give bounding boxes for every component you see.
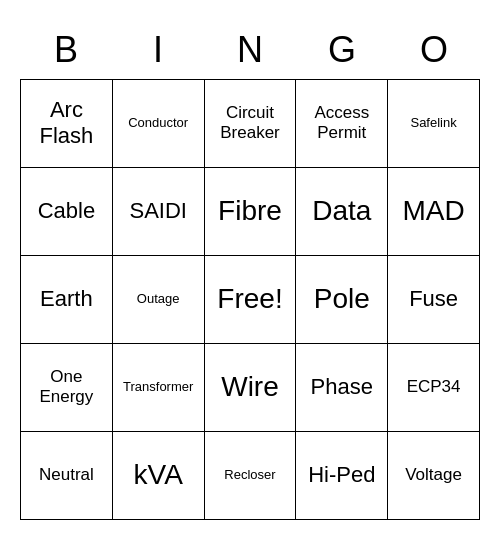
cell-label: Conductor bbox=[128, 115, 188, 131]
cell-label: Fibre bbox=[218, 194, 282, 228]
bingo-cell: Voltage bbox=[388, 432, 480, 520]
cell-label: Wire bbox=[221, 370, 279, 404]
cell-label: MAD bbox=[402, 194, 464, 228]
cell-label: Fuse bbox=[409, 286, 458, 312]
bingo-cell: Outage bbox=[113, 256, 205, 344]
bingo-cell: kVA bbox=[113, 432, 205, 520]
bingo-cell: Data bbox=[296, 168, 388, 256]
bingo-card: BINGO Arc FlashConductorCircuit BreakerA… bbox=[20, 25, 480, 520]
cell-label: Data bbox=[312, 194, 371, 228]
bingo-cell: Fuse bbox=[388, 256, 480, 344]
bingo-cell: MAD bbox=[388, 168, 480, 256]
header-letter: G bbox=[296, 25, 388, 75]
bingo-cell: Circuit Breaker bbox=[205, 80, 297, 168]
bingo-cell: Access Permit bbox=[296, 80, 388, 168]
header-letter: N bbox=[204, 25, 296, 75]
bingo-cell: Fibre bbox=[205, 168, 297, 256]
cell-label: SAIDI bbox=[129, 198, 186, 224]
bingo-cell: Hi-Ped bbox=[296, 432, 388, 520]
bingo-cell: Phase bbox=[296, 344, 388, 432]
header-letter: O bbox=[388, 25, 480, 75]
bingo-cell: Free! bbox=[205, 256, 297, 344]
cell-label: Cable bbox=[38, 198, 95, 224]
cell-label: ECP34 bbox=[407, 377, 461, 397]
bingo-cell: ECP34 bbox=[388, 344, 480, 432]
cell-label: Safelink bbox=[410, 115, 456, 131]
cell-label: Recloser bbox=[224, 467, 275, 483]
cell-label: Outage bbox=[137, 291, 180, 307]
bingo-cell: Pole bbox=[296, 256, 388, 344]
bingo-cell: Cable bbox=[21, 168, 113, 256]
cell-label: Transformer bbox=[123, 379, 193, 395]
cell-label: Arc Flash bbox=[27, 97, 106, 150]
cell-label: Pole bbox=[314, 282, 370, 316]
bingo-cell: Safelink bbox=[388, 80, 480, 168]
bingo-cell: Earth bbox=[21, 256, 113, 344]
header-letter: B bbox=[20, 25, 112, 75]
cell-label: Phase bbox=[311, 374, 373, 400]
bingo-cell: Neutral bbox=[21, 432, 113, 520]
bingo-grid: Arc FlashConductorCircuit BreakerAccess … bbox=[20, 79, 480, 520]
bingo-cell: SAIDI bbox=[113, 168, 205, 256]
cell-label: Earth bbox=[40, 286, 93, 312]
cell-label: Access Permit bbox=[302, 103, 381, 144]
bingo-cell: One Energy bbox=[21, 344, 113, 432]
cell-label: Hi-Ped bbox=[308, 462, 375, 488]
bingo-cell: Recloser bbox=[205, 432, 297, 520]
header-letter: I bbox=[112, 25, 204, 75]
cell-label: Free! bbox=[217, 282, 282, 316]
cell-label: Voltage bbox=[405, 465, 462, 485]
bingo-cell: Transformer bbox=[113, 344, 205, 432]
cell-label: Neutral bbox=[39, 465, 94, 485]
bingo-cell: Arc Flash bbox=[21, 80, 113, 168]
cell-label: Circuit Breaker bbox=[211, 103, 290, 144]
cell-label: One Energy bbox=[27, 367, 106, 408]
bingo-cell: Wire bbox=[205, 344, 297, 432]
bingo-cell: Conductor bbox=[113, 80, 205, 168]
bingo-header: BINGO bbox=[20, 25, 480, 75]
cell-label: kVA bbox=[134, 458, 183, 492]
